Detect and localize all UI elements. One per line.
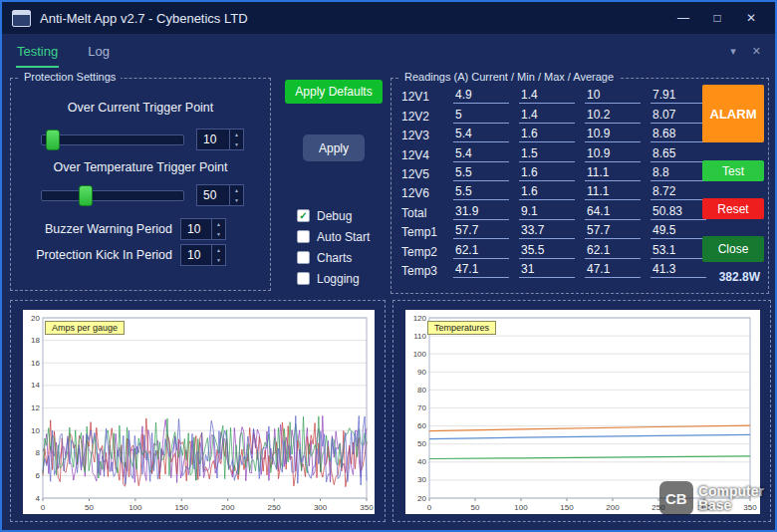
readings-panel: Readings (A) Current / Min / Max / Avera… bbox=[390, 78, 769, 294]
minimize-button[interactable]: — bbox=[669, 6, 697, 30]
over-temperature-slider-handle[interactable] bbox=[79, 185, 93, 206]
buzzer-warning-value: 10 bbox=[181, 219, 211, 239]
over-temperature-decrement-button[interactable]: ▼ bbox=[230, 195, 243, 205]
over-temperature-label: Over Temperature Trigger Point bbox=[11, 160, 270, 174]
test-button[interactable]: Test bbox=[702, 160, 764, 181]
buzzer-warning-spinner[interactable]: 10▲▼ bbox=[180, 218, 226, 240]
average-value: 50.83 bbox=[650, 204, 706, 220]
average-value: 53.1 bbox=[650, 243, 706, 259]
amps-chart-panel: Amps per gauge 4681012141618200501001502… bbox=[10, 300, 386, 522]
svg-text:150: 150 bbox=[560, 503, 574, 512]
checkbox-charts[interactable]: Charts bbox=[297, 247, 370, 268]
svg-text:100: 100 bbox=[413, 350, 427, 359]
buzzer-warning-decrement-button[interactable]: ▼ bbox=[212, 229, 225, 239]
tab-testing[interactable]: Testing bbox=[16, 38, 59, 68]
watermark-line1: Computer bbox=[698, 484, 764, 498]
svg-text:300: 300 bbox=[314, 503, 328, 512]
readings-table: 12V14.91.4107.9112V251.410.28.0712V35.41… bbox=[401, 87, 716, 280]
min-value: 1.6 bbox=[519, 184, 575, 200]
protection-kickin-spinner[interactable]: 10▲▼ bbox=[180, 244, 226, 266]
max-value: 47.1 bbox=[585, 262, 641, 278]
svg-text:70: 70 bbox=[417, 403, 426, 412]
reading-row-12v1: 12V14.91.4107.91 bbox=[401, 87, 716, 106]
over-current-slider-handle[interactable] bbox=[46, 130, 60, 150]
buzzer-warning-increment-button[interactable]: ▲ bbox=[212, 219, 225, 229]
average-value: 49.5 bbox=[650, 223, 706, 239]
svg-text:18: 18 bbox=[31, 336, 40, 345]
current-value: 47.1 bbox=[453, 262, 509, 278]
min-value: 35.5 bbox=[519, 243, 575, 259]
svg-text:50: 50 bbox=[417, 439, 426, 448]
close-window-button[interactable]: ✕ bbox=[737, 6, 765, 30]
svg-text:0: 0 bbox=[41, 503, 46, 512]
over-current-decrement-button[interactable]: ▼ bbox=[230, 139, 243, 149]
current-value: 5.4 bbox=[453, 146, 509, 162]
checkbox-auto-start[interactable]: Auto Start bbox=[297, 226, 370, 247]
over-temperature-spinner[interactable]: 50▲▼ bbox=[196, 184, 244, 206]
svg-text:90: 90 bbox=[417, 368, 426, 377]
checkbox-label: Debug bbox=[317, 209, 352, 223]
over-current-slider[interactable] bbox=[41, 134, 184, 145]
svg-text:30: 30 bbox=[417, 475, 426, 484]
current-value: 4.9 bbox=[453, 88, 509, 104]
reading-row-12v3: 12V35.41.610.98.68 bbox=[401, 126, 716, 144]
apply-button[interactable]: Apply bbox=[303, 134, 365, 161]
app-window: Anti-Melt App v2.7 - Cybenetics LTD — □ … bbox=[0, 0, 777, 532]
over-temperature-increment-button[interactable]: ▲ bbox=[230, 185, 243, 195]
reading-label: Total bbox=[401, 206, 453, 220]
average-value: 41.3 bbox=[650, 262, 706, 278]
svg-text:50: 50 bbox=[85, 503, 94, 512]
svg-text:20: 20 bbox=[31, 314, 40, 323]
alarm-indicator: ALARM bbox=[702, 85, 764, 142]
min-value: 33.7 bbox=[519, 223, 575, 239]
reading-row-temp3: Temp347.13147.141.3 bbox=[401, 261, 716, 280]
tab-close-icon[interactable]: ✕ bbox=[752, 45, 761, 58]
average-value: 8.8 bbox=[650, 165, 706, 181]
over-current-increment-button[interactable]: ▲ bbox=[230, 130, 243, 139]
average-value: 8.72 bbox=[650, 184, 706, 200]
checkbox-debug[interactable]: ✓Debug bbox=[297, 205, 370, 226]
checkbox-label: Auto Start bbox=[317, 230, 370, 244]
over-temperature-slider[interactable] bbox=[41, 190, 184, 201]
unchecked-checkbox-icon[interactable] bbox=[297, 230, 310, 243]
min-value: 1.6 bbox=[519, 165, 575, 181]
buzzer-warning-label: Buzzer Warning Period bbox=[13, 222, 172, 236]
reading-label: Temp3 bbox=[401, 264, 453, 278]
reading-label: 12V5 bbox=[401, 167, 453, 181]
amps-chart-legend-tag: Amps per gauge bbox=[45, 321, 125, 335]
svg-text:6: 6 bbox=[36, 471, 41, 480]
maximize-button[interactable]: □ bbox=[703, 6, 731, 30]
unchecked-checkbox-icon[interactable] bbox=[297, 251, 310, 264]
svg-text:14: 14 bbox=[31, 381, 40, 390]
watermark-line2: Base bbox=[698, 498, 764, 512]
titlebar[interactable]: Anti-Melt App v2.7 - Cybenetics LTD — □ … bbox=[2, 2, 775, 34]
apply-defaults-button[interactable]: Apply Defaults bbox=[285, 80, 383, 104]
protection-kickin-value: 10 bbox=[181, 245, 211, 265]
over-temperature-value: 50 bbox=[197, 185, 229, 205]
max-value: 57.7 bbox=[585, 223, 641, 239]
reading-row-12v5: 12V55.51.611.18.8 bbox=[401, 164, 716, 183]
svg-text:12: 12 bbox=[31, 403, 40, 412]
min-value: 1.4 bbox=[519, 88, 575, 104]
temperatures-chart-legend-tag: Temperatures bbox=[427, 321, 496, 335]
reset-button[interactable]: Reset bbox=[702, 198, 764, 219]
checkbox-logging[interactable]: Logging bbox=[297, 268, 370, 289]
reading-row-12v6: 12V65.51.611.18.72 bbox=[401, 183, 716, 202]
svg-text:200: 200 bbox=[606, 503, 620, 512]
svg-text:4: 4 bbox=[36, 494, 41, 503]
tab-log[interactable]: Log bbox=[87, 38, 111, 68]
max-value: 64.1 bbox=[585, 204, 641, 220]
over-current-spinner[interactable]: 10▲▼ bbox=[196, 129, 244, 150]
close-button[interactable]: Close bbox=[702, 236, 764, 262]
readings-title: Readings (A) Current / Min / Max / Avera… bbox=[399, 71, 619, 83]
protection-kickin-decrement-button[interactable]: ▼ bbox=[212, 255, 225, 265]
protection-kickin-increment-button[interactable]: ▲ bbox=[212, 245, 225, 255]
max-value: 11.1 bbox=[585, 184, 641, 200]
tab-overflow-icon[interactable]: ▾ bbox=[730, 45, 736, 58]
protection-settings-panel: Protection Settings Over Current Trigger… bbox=[10, 78, 271, 291]
current-value: 5.5 bbox=[453, 165, 509, 181]
svg-text:50: 50 bbox=[471, 503, 480, 512]
checked-checkbox-icon[interactable]: ✓ bbox=[297, 209, 310, 222]
reading-row-12v4: 12V45.41.510.98.65 bbox=[401, 144, 716, 163]
unchecked-checkbox-icon[interactable] bbox=[297, 272, 310, 285]
